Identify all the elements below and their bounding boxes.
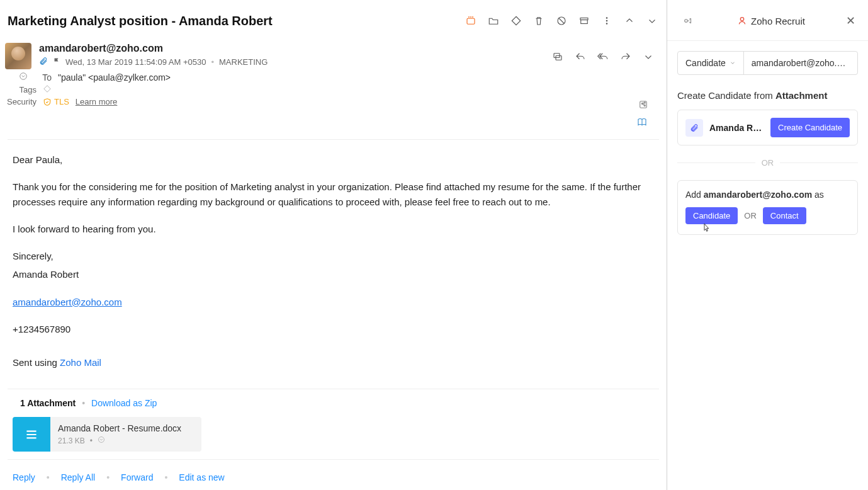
reply-icon[interactable] [570,46,591,67]
to-label: To [34,72,52,83]
msg-more-icon[interactable] [638,46,659,67]
body-p2: I look forward to hearing from you. [13,222,659,236]
email-date: Wed, 13 Mar 2019 11:54:09 AM +0530 [65,57,206,67]
more-icon[interactable] [596,10,617,31]
svg-rect-0 [467,18,475,24]
email-body: Dear Paula, Thank you for the considerin… [0,140,667,389]
svg-point-12 [20,73,27,80]
svg-point-2 [471,17,471,18]
zoho-mail-link[interactable]: Zoho Mail [60,357,101,368]
or-separator: OR [677,158,858,168]
body-p1: Thank you for the considering me for the… [13,179,659,209]
entity-selector: Candidate amandarobert@zoho.com [677,51,858,75]
body-greeting: Dear Paula, [13,152,659,167]
add-candidate-button[interactable]: Candidate [685,207,738,224]
attachment-name: Amanda Robert - Resume.docx [58,423,194,433]
entity-value: amandarobert@zoho.com [744,52,857,74]
email-subject: Marketing Analyst position - Amanda Robe… [8,14,460,28]
email-category: MARKETING [219,57,268,67]
prev-email-icon[interactable] [619,10,640,31]
to-value: "paula" <paula@zylker.com> [58,72,171,83]
sent-using-label: Sent using [13,357,60,368]
add-tag-icon[interactable] [43,84,52,95]
entity-type-dropdown[interactable]: Candidate [678,52,744,74]
share-icon[interactable] [633,94,654,115]
email-meta: Wed, 13 Mar 2019 11:54:09 AM +0530 • MAR… [39,57,539,67]
next-email-icon[interactable] [641,10,663,31]
add-as-card: Add amandarobert@zoho.com as Candidate O… [677,180,858,235]
attachment-count: 1 Attachment [20,398,76,408]
learn-more-link[interactable]: Learn more [76,97,117,106]
smart-actions-icon[interactable] [460,10,482,31]
view-thread-icon[interactable] [547,46,568,67]
or-inline-label: OR [744,211,757,220]
spam-icon[interactable] [551,10,572,31]
attachment-size: 21.3 KB [58,436,85,445]
forward-icon[interactable] [615,46,636,67]
add-contact-button[interactable]: Contact [763,207,806,224]
download-zip-link[interactable]: Download as Zip [91,398,157,408]
svg-point-9 [606,23,607,25]
zoho-recruit-panel: Zoho Recruit ✕ Candidate amandarobert@zo… [667,0,868,490]
attachment-menu-icon[interactable] [98,436,105,445]
attachment-short-name: Amanda Robert - ... [709,123,764,133]
security-label: Security [5,97,37,106]
add-as-text: Add amandarobert@zoho.com as [685,190,850,200]
attachment-candidate-card: Amanda Robert - ... Create Candidate [677,110,858,145]
edit-as-new-link[interactable]: Edit as new [179,472,224,482]
tag-icon[interactable] [505,10,527,31]
close-panel-icon[interactable]: ✕ [843,11,858,30]
signature-name: Amanda Robert [13,267,659,282]
attachment-card[interactable]: Amanda Robert - Resume.docx 21.3 KB • [13,417,201,452]
attachment-chip-icon [685,119,703,137]
create-candidate-title: Create Candidate from Attachment [677,90,858,101]
attachment-icon [39,57,48,67]
tls-badge: TLS [43,97,69,106]
panel-brand: Zoho Recruit [699,16,843,26]
svg-rect-6 [581,20,588,24]
signature-phone: +1234567890 [13,322,659,336]
svg-point-8 [606,20,607,21]
archive-icon[interactable] [573,10,595,31]
sender-email: amandarobert@zoho.com [39,43,539,54]
svg-point-1 [469,17,470,18]
body-closing: Sincerely, [13,249,659,263]
avatar [5,43,31,69]
reply-actions: Reply• Reply All• Forward• Edit as new [0,460,667,490]
unpin-icon[interactable] [677,10,699,31]
create-candidate-button[interactable]: Create Candidate [770,118,850,137]
flag-icon[interactable] [53,57,60,67]
email-toolbar [460,10,663,31]
svg-point-18 [685,20,688,23]
svg-point-19 [740,18,743,21]
svg-point-7 [606,18,607,19]
signature-email-link[interactable]: amandarobert@zoho.com [13,297,122,307]
tags-label: Tags [5,85,37,94]
svg-point-3 [473,17,473,18]
folder-icon[interactable] [483,10,504,31]
doc-icon [13,417,50,452]
reply-link[interactable]: Reply [13,472,35,482]
svg-point-17 [98,437,104,443]
delete-icon[interactable] [528,10,550,31]
forward-link[interactable]: Forward [121,472,153,482]
reply-all-link[interactable]: Reply All [61,472,95,482]
expand-recipients-icon[interactable] [19,72,28,83]
reply-all-icon[interactable] [592,46,614,67]
